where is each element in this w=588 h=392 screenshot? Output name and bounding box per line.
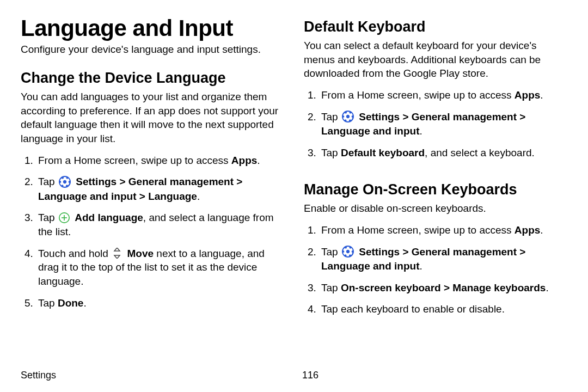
page-title: Language and Input xyxy=(21,15,284,41)
svg-rect-3 xyxy=(62,217,67,218)
page-footer: Settings 116 . xyxy=(21,364,567,381)
footer-page-number: 116 xyxy=(302,370,318,381)
step-bold: Language and input xyxy=(321,260,420,272)
section-spacer xyxy=(304,167,567,181)
default-keyboard-steps: From a Home screen, swipe up to access A… xyxy=(304,88,567,160)
step-text: . xyxy=(197,191,200,202)
step-item: From a Home screen, swipe up to access A… xyxy=(36,154,284,168)
breadcrumb-sep: > xyxy=(137,191,149,202)
footer-section-label: Settings xyxy=(21,370,56,381)
step-item: Tap On-screen keyboard > Manage keyboard… xyxy=(319,281,567,295)
step-bold: Add language xyxy=(75,212,143,223)
step-bold: Apps xyxy=(514,224,541,236)
left-column: Language and Input Configure your device… xyxy=(21,15,284,364)
step-text: Tap xyxy=(38,212,58,223)
step-text: . xyxy=(540,89,543,101)
step-bold: General management xyxy=(128,176,234,187)
step-bold: Settings xyxy=(359,111,400,122)
change-language-steps: From a Home screen, swipe up to access A… xyxy=(21,154,284,310)
plus-icon xyxy=(59,212,70,223)
section-default-keyboard-title: Default Keyboard xyxy=(304,19,567,35)
breadcrumb-sep: > xyxy=(517,111,525,122)
step-text: Tap xyxy=(321,246,341,258)
settings-icon xyxy=(342,111,354,122)
svg-marker-5 xyxy=(114,255,120,259)
step-text: Tap each keyboard to enable or disable. xyxy=(321,303,505,315)
step-bold: Settings xyxy=(76,176,117,187)
step-bold: On-screen keyboard xyxy=(341,282,441,293)
section-change-language-desc: You can add languages to your list and o… xyxy=(21,90,284,146)
step-text: . xyxy=(540,224,543,236)
settings-icon xyxy=(59,176,71,188)
breadcrumb-sep: > xyxy=(117,176,128,187)
step-text: From a Home screen, swipe up to access xyxy=(321,224,514,236)
right-column: Default Keyboard You can select a defaul… xyxy=(304,15,567,364)
breadcrumb-sep: > xyxy=(400,111,412,122)
section-manage-keyboards-desc: Enable or disable on-screen keyboards. xyxy=(304,201,567,216)
step-bold: Default keyboard xyxy=(341,147,425,158)
two-column-layout: Language and Input Configure your device… xyxy=(21,15,567,364)
step-item: Tap Settings > General management > Lang… xyxy=(36,175,284,203)
step-item: From a Home screen, swipe up to access A… xyxy=(319,88,567,102)
step-text: From a Home screen, swipe up to access xyxy=(38,155,231,166)
step-item: Tap Default keyboard, and select a keybo… xyxy=(319,146,567,160)
step-bold: Language xyxy=(148,191,197,202)
step-bold: Language and input xyxy=(321,125,420,137)
section-default-keyboard-desc: You can select a default keyboard for yo… xyxy=(304,39,567,81)
breadcrumb-sep: > xyxy=(517,246,525,258)
step-item: Tap Settings > General management > Lang… xyxy=(319,245,567,273)
section-manage-keyboards-title: Manage On-Screen Keyboards xyxy=(304,181,567,198)
step-item: From a Home screen, swipe up to access A… xyxy=(319,223,567,237)
step-bold: Language and input xyxy=(38,191,137,202)
step-bold: Settings xyxy=(359,246,400,258)
step-item: Tap Done. xyxy=(36,296,284,310)
step-bold: Manage keyboards xyxy=(452,282,546,293)
step-bold: General management xyxy=(412,246,517,258)
section-change-language-title: Change the Device Language xyxy=(21,70,284,87)
step-text: Tap xyxy=(321,147,341,158)
step-bold: Move xyxy=(127,248,154,259)
step-item: Tap Settings > General management > Lang… xyxy=(319,110,567,138)
step-text: Tap xyxy=(38,297,58,309)
step-text: . xyxy=(420,260,422,272)
breadcrumb-sep: > xyxy=(441,282,453,293)
settings-icon xyxy=(342,246,354,258)
step-bold: Done xyxy=(58,297,84,309)
step-item: Touch and hold Move next to a language, … xyxy=(36,247,284,289)
step-text: . xyxy=(257,155,260,166)
breadcrumb-sep: > xyxy=(400,246,412,258)
step-item: Tap each keyboard to enable or disable. xyxy=(319,302,567,316)
step-text: Tap xyxy=(321,282,341,293)
step-text: . xyxy=(83,297,86,309)
step-item: Tap Add language, and select a language … xyxy=(36,211,284,238)
step-text: , and select a keyboard. xyxy=(425,147,535,158)
step-text: From a Home screen, swipe up to access xyxy=(321,89,514,101)
step-text: . xyxy=(546,282,548,293)
step-text: Touch and hold xyxy=(38,248,111,259)
document-page: Language and Input Configure your device… xyxy=(0,0,588,392)
manage-keyboards-steps: From a Home screen, swipe up to access A… xyxy=(304,223,567,316)
move-icon xyxy=(112,248,122,259)
step-bold: Apps xyxy=(514,89,541,101)
step-bold: Apps xyxy=(231,155,258,166)
step-bold: General management xyxy=(412,111,517,122)
step-text: . xyxy=(420,125,422,137)
step-text: Tap xyxy=(38,176,58,187)
step-text: Tap xyxy=(321,111,341,122)
step-text: , and select a language from the list. xyxy=(38,212,274,237)
breadcrumb-sep: > xyxy=(234,176,242,187)
page-subtitle: Configure your device's language and inp… xyxy=(21,44,284,56)
svg-marker-4 xyxy=(114,248,120,251)
